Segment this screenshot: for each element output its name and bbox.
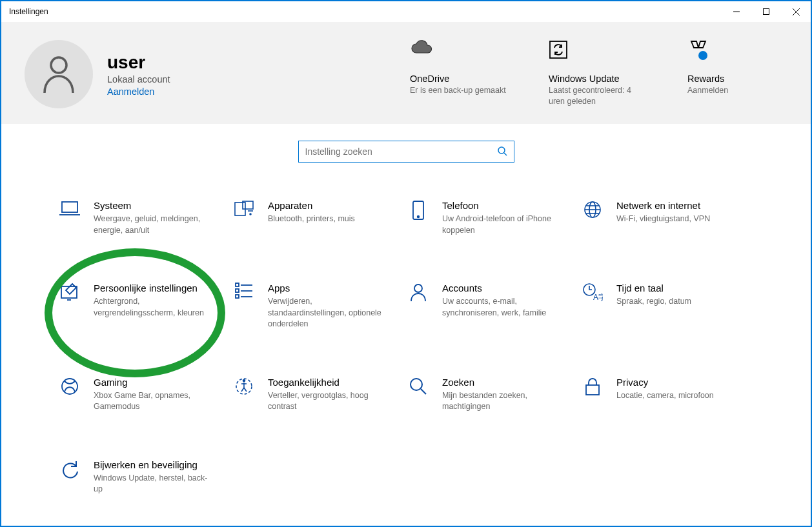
category-netwerk[interactable]: Netwerk en internetWi-Fi, vliegtuigstand… bbox=[580, 200, 755, 236]
devices-icon bbox=[234, 200, 254, 218]
user-account-type: Lokaal account bbox=[107, 74, 170, 85]
time-language-icon: A字 bbox=[582, 283, 603, 302]
svg-line-8 bbox=[504, 153, 507, 155]
category-zoeken[interactable]: ZoekenMijn bestanden zoeken, machtiginge… bbox=[406, 377, 580, 413]
svg-point-6 bbox=[698, 51, 707, 60]
category-title: Apps bbox=[268, 283, 388, 293]
category-title: Systeem bbox=[94, 200, 214, 211]
svg-point-36 bbox=[411, 379, 422, 390]
tile-rewards-title: Rewards bbox=[687, 74, 787, 84]
tile-rewards-sub: Aanmelden bbox=[687, 85, 787, 96]
svg-line-37 bbox=[421, 389, 426, 394]
category-apparaten[interactable]: ApparatenBluetooth, printers, muis bbox=[232, 200, 406, 236]
category-sub: Xbox Game Bar, opnames, Gamemodus bbox=[94, 390, 214, 413]
category-title: Tijd en taal bbox=[616, 283, 736, 293]
category-title: Gaming bbox=[94, 377, 214, 388]
svg-rect-5 bbox=[550, 41, 567, 58]
titlebar: Instellingen bbox=[1, 1, 811, 22]
svg-rect-29 bbox=[236, 295, 239, 298]
medal-icon bbox=[687, 40, 709, 62]
personalize-icon bbox=[59, 283, 80, 301]
update-icon bbox=[60, 459, 79, 479]
svg-rect-9 bbox=[62, 202, 77, 212]
globe-icon bbox=[583, 200, 602, 219]
tile-windows-update[interactable]: Windows Update Laatst gecontroleerd: 4 u… bbox=[549, 40, 649, 108]
tile-update-title: Windows Update bbox=[549, 74, 649, 84]
category-sub: Bluetooth, printers, muis bbox=[268, 214, 388, 225]
person-icon bbox=[409, 283, 427, 302]
accessibility-icon bbox=[234, 377, 254, 396]
svg-rect-28 bbox=[236, 289, 239, 292]
category-sub: Locatie, camera, microfoon bbox=[616, 390, 736, 402]
category-sub: Verwijderen, standaardinstellingen, opti… bbox=[268, 296, 388, 330]
category-tijd-taal[interactable]: A字 Tijd en taalSpraak, regio, datum bbox=[580, 283, 755, 330]
sync-icon bbox=[549, 40, 568, 59]
search-icon bbox=[497, 146, 507, 159]
sign-in-link[interactable]: Aanmelden bbox=[107, 86, 170, 97]
apps-list-icon bbox=[234, 283, 254, 299]
svg-point-30 bbox=[414, 284, 422, 292]
categories-grid: SysteemWeergave, geluid, meldingen, ener… bbox=[57, 200, 755, 495]
category-toegankelijkheid[interactable]: ToegankelijkheidVerteller, vergrootglas,… bbox=[232, 377, 406, 413]
category-title: Accounts bbox=[442, 283, 562, 293]
person-icon bbox=[41, 54, 77, 94]
category-persoonlijke-instellingen[interactable]: Persoonlijke instellingenAchtergrond, ve… bbox=[57, 283, 232, 330]
category-accounts[interactable]: AccountsUw accounts, e-mail, synchronise… bbox=[406, 283, 580, 330]
window-title: Instellingen bbox=[9, 7, 48, 16]
svg-point-13 bbox=[250, 214, 251, 215]
category-sub: Verteller, vergrootglas, hoog contrast bbox=[268, 390, 388, 413]
category-sub: Achtergrond, vergrendelingsscherm, kleur… bbox=[94, 296, 214, 319]
svg-point-33 bbox=[62, 379, 77, 394]
user-block[interactable]: user Lokaal account Aanmelden bbox=[25, 40, 334, 108]
tile-rewards[interactable]: Rewards Aanmelden bbox=[687, 40, 787, 108]
close-button[interactable] bbox=[781, 1, 811, 22]
category-title: Apparaten bbox=[268, 200, 388, 211]
user-name: user bbox=[107, 52, 170, 73]
search-icon bbox=[409, 377, 428, 396]
phone-icon bbox=[411, 200, 425, 221]
svg-rect-27 bbox=[236, 283, 239, 286]
category-apps[interactable]: AppsVerwijderen, standaardinstellingen, … bbox=[232, 283, 406, 330]
tile-onedrive[interactable]: OneDrive Er is een back-up gemaakt bbox=[410, 40, 510, 108]
category-title: Privacy bbox=[616, 377, 736, 388]
svg-text:A字: A字 bbox=[593, 293, 603, 302]
category-title: Zoeken bbox=[442, 377, 562, 388]
category-title: Bijwerken en beveiliging bbox=[94, 459, 214, 470]
search-box[interactable] bbox=[298, 141, 514, 163]
laptop-icon bbox=[59, 200, 80, 217]
category-telefoon[interactable]: TelefoonUw Android-telefoon of iPhone ko… bbox=[406, 200, 580, 236]
tile-update-sub: Laatst gecontroleerd: 4 uren geleden bbox=[549, 85, 649, 107]
category-title: Toegankelijkheid bbox=[268, 377, 388, 388]
category-sub: Mijn bestanden zoeken, machtigingen bbox=[442, 390, 562, 413]
category-sub: Windows Update, herstel, back-up bbox=[94, 473, 214, 495]
category-sub: Wi-Fi, vliegtuigstand, VPN bbox=[616, 214, 736, 225]
category-sub: Uw Android-telefoon of iPhone koppelen bbox=[442, 214, 562, 236]
category-sub: Spraak, regio, datum bbox=[616, 296, 736, 308]
category-title: Netwerk en internet bbox=[616, 200, 736, 211]
category-sub: Uw accounts, e-mail, synchroniseren, wer… bbox=[442, 296, 562, 319]
header-band: user Lokaal account Aanmelden OneDrive E… bbox=[1, 22, 811, 124]
maximize-button[interactable] bbox=[751, 1, 781, 22]
minimize-button[interactable] bbox=[722, 1, 751, 22]
category-sub: Weergave, geluid, meldingen, energie, aa… bbox=[94, 214, 214, 236]
cloud-icon bbox=[410, 40, 433, 55]
category-privacy[interactable]: PrivacyLocatie, camera, microfoon bbox=[580, 377, 755, 413]
category-systeem[interactable]: SysteemWeergave, geluid, meldingen, ener… bbox=[57, 200, 232, 236]
category-title: Persoonlijke instellingen bbox=[94, 283, 214, 293]
search-input[interactable] bbox=[305, 146, 492, 157]
svg-point-7 bbox=[498, 147, 505, 154]
tile-onedrive-title: OneDrive bbox=[410, 74, 510, 84]
category-bijwerken-beveiliging[interactable]: Bijwerken en beveiligingWindows Update, … bbox=[57, 459, 232, 495]
svg-point-16 bbox=[418, 216, 420, 218]
lock-icon bbox=[584, 377, 601, 396]
category-gaming[interactable]: GamingXbox Game Bar, opnames, Gamemodus bbox=[57, 377, 232, 413]
svg-point-4 bbox=[51, 57, 66, 73]
svg-rect-1 bbox=[764, 9, 769, 15]
category-title: Telefoon bbox=[442, 200, 562, 211]
svg-rect-22 bbox=[61, 286, 77, 298]
tile-onedrive-sub: Er is een back-up gemaakt bbox=[410, 85, 510, 96]
xbox-icon bbox=[60, 377, 79, 396]
svg-point-35 bbox=[243, 379, 245, 381]
avatar bbox=[25, 40, 93, 108]
svg-rect-38 bbox=[586, 385, 599, 395]
